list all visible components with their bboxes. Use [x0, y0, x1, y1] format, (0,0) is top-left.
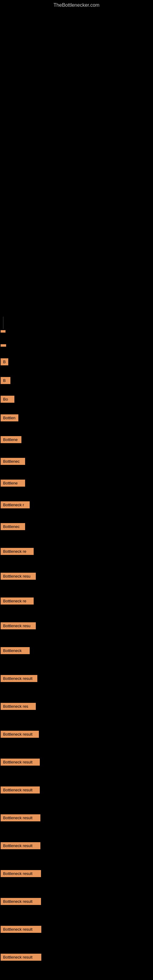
bar-row: Bottlenec [0, 458, 153, 466]
bar-spacer [0, 963, 153, 980]
bar-spacer [0, 511, 153, 523]
bar-spacer [0, 557, 153, 573]
bar-spacer [0, 632, 153, 647]
bar-row: Bottleneck result [0, 870, 153, 878]
page-container: TheBottlenecker.com BBBoBottlenBottleneB… [0, 0, 153, 980]
site-title: TheBottlenecker.com [0, 0, 153, 10]
bar-spacer [0, 657, 153, 675]
bar-spacer [0, 368, 153, 377]
bar-row: B [0, 358, 153, 366]
bar-row: Bottleneck result [0, 954, 153, 961]
bottleneck-result-bar: Bottleneck result [1, 731, 39, 738]
bar-row: Bottlene [0, 436, 153, 444]
bottleneck-result-bar: Bottleneck re [1, 548, 33, 555]
bar-spacer [0, 852, 153, 870]
bar-row: Bottleneck re [0, 598, 153, 605]
bottleneck-result-bar: Bottleneck res [1, 703, 36, 710]
bottleneck-result-bar: Bottleneck result [1, 814, 40, 821]
bar-spacer [0, 607, 153, 622]
bar-spacer [0, 424, 153, 436]
bar-row: Bottleneck res [0, 703, 153, 711]
bottleneck-result-bar: B [1, 358, 8, 365]
bar-spacer [0, 768, 153, 786]
bottleneck-result-bar [1, 330, 5, 332]
bottleneck-result-bar [1, 344, 6, 347]
bar-spacer [0, 796, 153, 814]
bar-row: Bottlen [0, 414, 153, 422]
bar-spacer [0, 467, 153, 480]
bottleneck-result-bar: Bottleneck re [1, 598, 33, 605]
chart-container: BBBoBottlenBottleneBottlenecBottleneBott… [0, 10, 153, 980]
bar-row: Bottlenec [0, 523, 153, 531]
bar-spacer [0, 907, 153, 926]
bottleneck-result-bar: Bottleneck resu [1, 622, 36, 629]
bar-row: Bottleneck result [0, 731, 153, 738]
bar-row: Bottleneck r [0, 501, 153, 509]
bar-spacer [0, 445, 153, 458]
bottleneck-result-bar: Bottlene [1, 436, 21, 443]
bar-spacer [0, 489, 153, 501]
top-spacer [0, 16, 153, 317]
bottleneck-result-bar: Bottleneck r [1, 501, 30, 508]
bar-spacer [0, 405, 153, 414]
bottleneck-result-bar: Bottleneck resu [1, 573, 36, 580]
bar-spacer [0, 824, 153, 842]
bar-row [0, 344, 153, 347]
bar-row: Bottleneck resu [0, 622, 153, 630]
bar-row: Bottleneck result [0, 814, 153, 822]
bar-row: Bottleneck resu [0, 573, 153, 580]
bottleneck-result-bar: B [1, 377, 10, 384]
bottleneck-result-bar: Bo [1, 396, 14, 403]
bottleneck-result-bar: Bottleneck result [1, 842, 40, 849]
bar-row: B [0, 377, 153, 385]
bottleneck-result-bar: Bottleneck result [1, 898, 41, 905]
bar-spacer [0, 740, 153, 759]
bar-spacer [0, 533, 153, 548]
bar-row: Bottleneck result [0, 759, 153, 766]
axis-line [3, 317, 3, 329]
bottleneck-result-bar: Bottlene [1, 480, 25, 487]
bar-spacer [0, 349, 153, 358]
bottleneck-result-bar: Bottleneck result [1, 675, 37, 682]
bar-row: Bottleneck result [0, 898, 153, 905]
bottleneck-result-bar: Bottleneck result [1, 954, 41, 961]
bottleneck-result-bar: Bottleneck result [1, 926, 41, 933]
bottleneck-result-bar: Bottleneck result [1, 759, 40, 766]
bar-row: Bottlene [0, 480, 153, 487]
bar-spacer [0, 335, 153, 344]
bar-row: Bottleneck re [0, 548, 153, 555]
bar-spacer [0, 684, 153, 703]
bar-row: Bottleneck result [0, 926, 153, 934]
bar-spacer [0, 935, 153, 954]
bar-row: Bottleneck result [0, 842, 153, 850]
bottleneck-result-bar: Bottlen [1, 414, 18, 422]
bottleneck-result-bar: Bottleneck result [1, 786, 40, 794]
bar-row: Bottleneck result [0, 786, 153, 794]
bottleneck-result-bar: Bottlenec [1, 523, 25, 530]
bottleneck-result-bar: Bottleneck [1, 647, 30, 654]
bottleneck-result-bar: Bottlenec [1, 458, 25, 465]
bar-spacer [0, 582, 153, 598]
bar-row [0, 330, 153, 333]
bar-spacer [0, 880, 153, 898]
bar-row: Bo [0, 396, 153, 403]
bar-row: Bottleneck result [0, 675, 153, 682]
bar-spacer [0, 387, 153, 396]
bar-spacer [0, 712, 153, 731]
bar-row: Bottleneck [0, 647, 153, 655]
bottleneck-result-bar: Bottleneck result [1, 870, 41, 877]
